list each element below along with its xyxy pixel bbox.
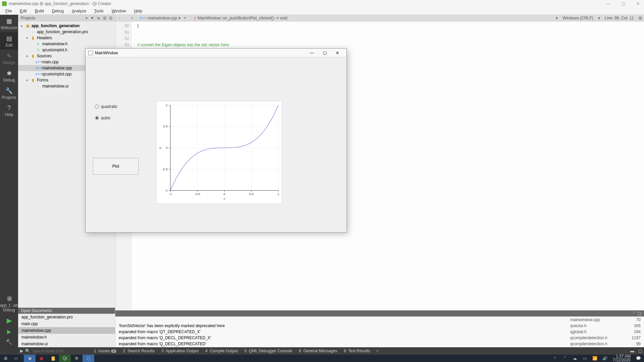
build-button[interactable]: 🔨 — [6, 337, 12, 347]
menubar: File Edit Build Debug Analyze Tools Wind… — [0, 7, 644, 15]
expand-icon[interactable]: ⊞ — [103, 16, 106, 20]
bug-icon: ✱ — [0, 70, 18, 77]
output-tab[interactable]: 4 Compile Output — [202, 349, 241, 353]
taskbar-settings[interactable]: ⚙ — [71, 355, 83, 362]
menu-debug[interactable]: Debug — [49, 8, 67, 14]
mode-debug[interactable]: ✱Debug — [0, 67, 18, 84]
open-doc-item[interactable]: mainwindow.cpp — [18, 327, 115, 334]
close-button[interactable]: ✕ — [634, 1, 642, 6]
menu-edit[interactable]: Edit — [16, 8, 30, 14]
help-tray-icon[interactable]: ? — [550, 355, 560, 362]
menu-build[interactable]: Build — [32, 8, 47, 14]
mode-projects[interactable]: 🔧Projects — [0, 84, 18, 102]
pencil-icon: ✎ — [0, 52, 18, 60]
issue-row[interactable]: expanded from macro 'Q_DECL_DEPRECATED_X… — [115, 335, 644, 341]
dropdown-icon[interactable]: ▾ — [86, 16, 88, 20]
close-icon[interactable]: × — [184, 16, 186, 20]
taskbar-app[interactable]: ▢ — [83, 355, 94, 362]
system-clock[interactable]: 1:37 AM 7/12/2020 — [610, 355, 633, 362]
menu-analyze[interactable]: Analyze — [68, 8, 90, 14]
close-sidebar-icon[interactable]: ▢ — [636, 349, 644, 353]
open-doc-item[interactable]: main.cpp — [18, 320, 115, 327]
minimize-button[interactable]: — — [604, 1, 612, 6]
start-button[interactable]: ⊞ — [1, 355, 11, 362]
back-button[interactable]: ‹ — [117, 16, 121, 20]
issue-line: 1197 — [627, 336, 641, 340]
mode-edit[interactable]: ▤Edit — [0, 32, 18, 50]
output-tab[interactable]: 3 Application Output — [158, 349, 202, 353]
taskbar-explorer[interactable]: ▇ — [47, 355, 59, 362]
mode-help[interactable]: ?Help — [0, 102, 18, 119]
menu-help[interactable]: Help — [131, 8, 146, 14]
run-button[interactable]: ▶ — [7, 314, 12, 326]
taskbar-qtcreator[interactable]: Qt — [59, 355, 71, 362]
output-tab[interactable]: 2 Search Results — [120, 349, 158, 353]
open-doc-item[interactable]: mainwindow.ui — [18, 341, 115, 347]
editor-cursor-pos[interactable]: Line: 99, Col: 11 — [602, 16, 637, 20]
nav-icon[interactable]: ≡ — [129, 16, 135, 20]
wifi-icon[interactable]: 📶 — [590, 355, 600, 362]
split-icon[interactable]: ⊞ — [639, 16, 642, 20]
open-doc-item[interactable]: mainwindow.h — [18, 334, 115, 341]
svg-text:0.5: 0.5 — [249, 192, 254, 196]
dialog-minimize-button[interactable]: — — [306, 51, 318, 55]
taskbar-chrome[interactable]: ◉ — [24, 355, 36, 362]
tree-headers[interactable]: ▾▮Headers — [18, 35, 115, 41]
editor-encoding[interactable]: Windows (CRLF) — [560, 16, 596, 20]
menu-tools[interactable]: Tools — [91, 8, 107, 14]
plot-button[interactable]: Plot — [93, 158, 139, 175]
file-icon: ▤ — [0, 35, 18, 42]
dropbox-icon[interactable]: ☁ — [570, 355, 580, 362]
filter-icon[interactable]: ▼ — [90, 16, 94, 20]
tree-header-file[interactable]: hmainwindow.h — [18, 41, 115, 47]
chevron-up-icon[interactable]: ˄ — [633, 311, 635, 316]
volume-icon[interactable]: 🔊 — [600, 355, 610, 362]
issue-row[interactable]: 'fromStdVector' has been explicitly mark… — [115, 323, 644, 329]
overflow-icon[interactable]: ÷ — [374, 349, 381, 353]
dialog-maximize-button[interactable]: ▢ — [318, 51, 331, 55]
taskbar-acrobat[interactable]: ▣ — [36, 355, 47, 362]
square-icon[interactable]: ▢ — [638, 311, 641, 316]
output-tab[interactable]: 6 General Messages — [296, 349, 340, 353]
open-doc-item[interactable]: app_function_generation.pro — [18, 314, 115, 320]
tree-root-label: app_function_generation — [32, 23, 79, 28]
forward-button[interactable]: › — [123, 16, 127, 20]
radio-qubic[interactable]: qubic — [95, 116, 117, 120]
dialog-close-button[interactable]: ✕ — [331, 51, 344, 55]
maximize-button[interactable]: ▢ — [619, 1, 627, 6]
issue-row[interactable]: mainwindow.cpp70 — [115, 317, 644, 323]
chevron-up-icon[interactable]: ˄ — [560, 355, 570, 362]
issue-row[interactable]: expanded from macro 'Q_DECL_DEPRECATED'q… — [115, 341, 644, 347]
mode-bar: ▦Welcome ▤Edit ✎Design ✱Debug 🔧Projects … — [0, 15, 18, 347]
output-tab[interactable]: 8 Test Results — [340, 349, 373, 353]
menu-file[interactable]: File — [2, 8, 15, 14]
mode-welcome[interactable]: ▦Welcome — [0, 15, 18, 32]
collapse-icon[interactable]: ⊟ — [109, 16, 112, 20]
wrench-icon: 🔧 — [0, 87, 18, 95]
tree-file-label: qcustomplot.h — [42, 48, 67, 52]
battery-icon[interactable]: ▭ — [580, 355, 590, 362]
output-tab[interactable]: 5 QML Debugger Console — [241, 349, 296, 353]
issue-row[interactable]: expanded from macro 'QT_DEPRECATED_X'qgl… — [115, 329, 644, 335]
dropdown-icon[interactable]: ▾ — [598, 16, 600, 20]
tree-pro-file[interactable]: ▫app_function_generation.pro — [18, 29, 115, 35]
output-tab[interactable]: 1 Issues2 — [91, 349, 120, 353]
run-debug-button[interactable]: ▶ — [7, 326, 11, 337]
kit-selector[interactable]: 🖥app_f...ationDebug — [0, 293, 18, 314]
editor-symbol-tab[interactable]: ƒMainWindow::on_pushButtonPlot_clicked()… — [191, 16, 290, 20]
link-icon[interactable]: ⇆ — [97, 16, 100, 20]
taskview-button[interactable]: ▭ — [11, 355, 21, 362]
tree-file-label: mainwindow.cpp — [42, 66, 72, 70]
dropdown-icon[interactable]: ▾ — [556, 16, 558, 20]
menu-window[interactable]: Window — [108, 8, 129, 14]
editor-file-tab[interactable]: c++mainwindow.cpp▾× — [137, 16, 189, 20]
locator-toggle[interactable]: ▶ — [18, 349, 25, 353]
notifications-icon[interactable]: 💬 — [633, 355, 643, 362]
tree-root[interactable]: ▾▣app_function_generation — [18, 23, 115, 29]
mode-design[interactable]: ✎Design — [0, 50, 18, 67]
svg-text:-0.5: -0.5 — [162, 167, 168, 171]
editor-file-name: mainwindow.cpp — [148, 16, 177, 20]
radio-quadratic[interactable]: quadratic — [95, 104, 117, 109]
mode-welcome-label: Welcome — [1, 25, 17, 30]
locator-input[interactable] — [30, 349, 91, 353]
